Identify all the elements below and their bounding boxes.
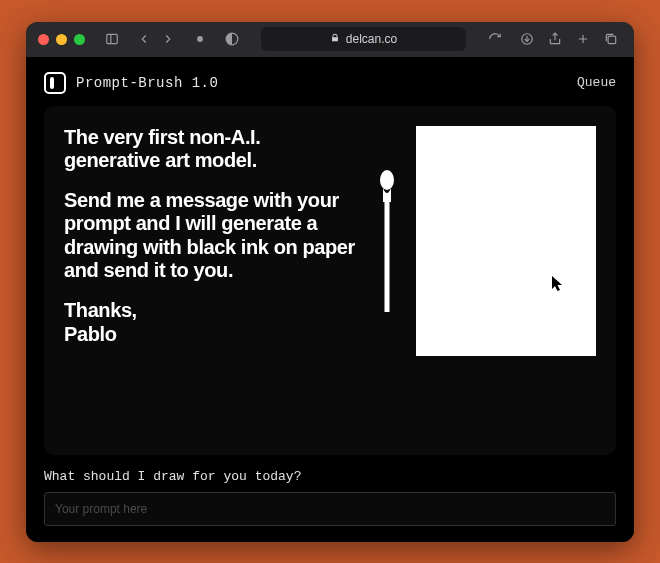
prompt-input[interactable]	[44, 492, 616, 526]
titlebar: delcan.co	[26, 22, 634, 58]
downloads-button[interactable]	[516, 28, 538, 50]
nav-arrows	[133, 28, 179, 50]
browser-window: delcan.co Prompt-Brush 1.0	[26, 22, 634, 542]
tabs-overview-button[interactable]	[600, 28, 622, 50]
reload-button[interactable]	[484, 28, 506, 50]
svg-rect-11	[385, 202, 390, 312]
app-header: Prompt-Brush 1.0 Queue	[44, 72, 616, 94]
reader-mode-button[interactable]	[221, 28, 243, 50]
brand-logo-icon	[44, 72, 66, 94]
app-title: Prompt-Brush 1.0	[76, 75, 218, 91]
new-tab-button[interactable]	[572, 28, 594, 50]
brand[interactable]: Prompt-Brush 1.0	[44, 72, 218, 94]
close-window-button[interactable]	[38, 34, 49, 45]
forward-button[interactable]	[157, 28, 179, 50]
hero-copy: The very first non-A.I. generative art m…	[64, 126, 358, 431]
minimize-window-button[interactable]	[56, 34, 67, 45]
page-content: Prompt-Brush 1.0 Queue The very first no…	[26, 58, 634, 542]
prompt-label: What should I draw for you today?	[44, 469, 616, 484]
address-bar[interactable]: delcan.co	[261, 27, 466, 51]
privacy-report-button[interactable]	[189, 28, 211, 50]
paper-canvas[interactable]	[416, 126, 596, 356]
svg-rect-9	[608, 36, 616, 44]
window-controls	[38, 34, 85, 45]
hero-paragraph-1: The very first non-A.I. generative art m…	[64, 126, 358, 173]
sidebar-toggle-button[interactable]	[101, 28, 123, 50]
svg-point-2	[197, 36, 203, 42]
hero-panel: The very first non-A.I. generative art m…	[44, 106, 616, 455]
maximize-window-button[interactable]	[74, 34, 85, 45]
prompt-section: What should I draw for you today?	[44, 469, 616, 526]
share-button[interactable]	[544, 28, 566, 50]
paintbrush-icon	[372, 126, 402, 431]
lock-icon	[330, 32, 340, 46]
cursor-icon	[552, 276, 564, 292]
hero-signoff: Thanks, Pablo	[64, 299, 358, 346]
back-button[interactable]	[133, 28, 155, 50]
hero-signoff-name: Pablo	[64, 323, 116, 345]
address-bar-text: delcan.co	[346, 32, 397, 46]
hero-signoff-thanks: Thanks,	[64, 299, 137, 321]
queue-link[interactable]: Queue	[577, 75, 616, 90]
toolbar-right	[516, 28, 622, 50]
svg-point-10	[380, 170, 394, 190]
hero-paragraph-2: Send me a message with your prompt and I…	[64, 189, 358, 283]
svg-rect-0	[107, 34, 118, 43]
